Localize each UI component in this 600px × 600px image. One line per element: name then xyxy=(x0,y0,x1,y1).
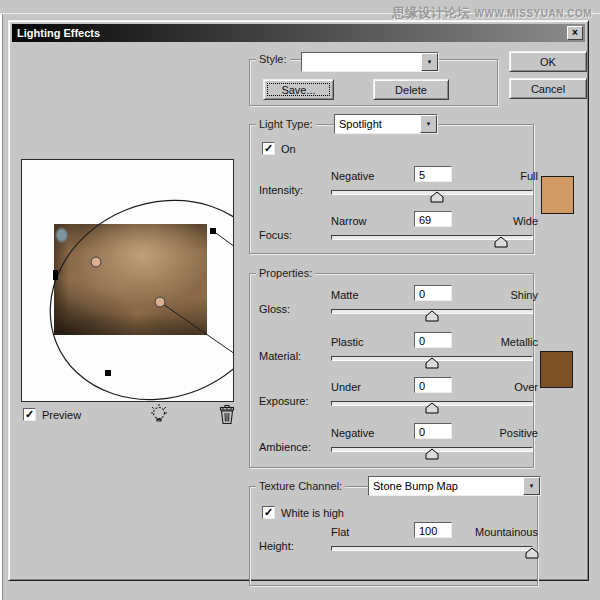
dialog-title: Lighting Effects xyxy=(17,27,100,39)
intensity-max-label: Full xyxy=(439,170,538,182)
delete-button[interactable]: Delete xyxy=(373,79,449,100)
focus-min-label: Narrow xyxy=(331,215,366,227)
trash-icon[interactable] xyxy=(218,404,236,425)
height-slider-track[interactable] xyxy=(331,546,533,551)
ambience-max-label: Positive xyxy=(439,427,538,439)
style-group-label: Style: xyxy=(256,53,290,66)
on-checkbox[interactable]: ✓ xyxy=(262,142,275,155)
save-button[interactable]: Save... xyxy=(263,79,334,100)
exposure-slider-thumb[interactable] xyxy=(425,400,439,412)
ambience-slider-track[interactable] xyxy=(331,447,533,452)
style-dropdown[interactable]: ▼ xyxy=(301,52,439,72)
light-type-dropdown[interactable]: Spotlight ▼ xyxy=(334,114,438,134)
gloss-label: Gloss: xyxy=(259,303,290,315)
material-slider-track[interactable] xyxy=(331,356,533,361)
ok-button[interactable]: OK xyxy=(509,51,587,72)
properties-group-label: Properties: xyxy=(256,267,315,280)
gloss-slider-track[interactable] xyxy=(331,309,533,314)
material-max-label: Metallic xyxy=(439,336,538,348)
texture-channel-dropdown-value: Stone Bump Map xyxy=(369,477,540,492)
close-button[interactable]: × xyxy=(567,26,583,40)
page-edge-line xyxy=(0,14,3,600)
exposure-slider-track[interactable] xyxy=(331,401,533,406)
exposure-min-label: Under xyxy=(331,381,361,393)
material-min-label: Plastic xyxy=(331,336,363,348)
close-icon: × xyxy=(572,27,578,38)
gloss-min-label: Matte xyxy=(331,289,359,301)
light-hotspot-node[interactable] xyxy=(91,257,101,267)
chevron-down-icon: ▼ xyxy=(427,59,433,65)
intensity-min-label: Negative xyxy=(331,170,374,182)
light-direction-line xyxy=(160,302,234,354)
material-label: Material: xyxy=(259,350,301,362)
ellipse-handle-left[interactable] xyxy=(53,270,58,280)
light-bulb-icon[interactable] xyxy=(149,403,169,425)
ambience-label: Ambience: xyxy=(259,441,311,453)
light-ellipse[interactable] xyxy=(22,167,234,402)
checkmark-icon: ✓ xyxy=(25,408,34,420)
exposure-label: Exposure: xyxy=(259,395,309,407)
intensity-row: Intensity: Negative 5 Full xyxy=(249,167,546,207)
gloss-max-label: Shiny xyxy=(439,289,538,301)
light-axis-line xyxy=(213,231,234,247)
watermark-url-text: WWW.MISSYUAN.COM xyxy=(475,8,592,19)
texture-channel-label: Texture Channel: xyxy=(256,480,345,493)
ellipse-handle-top-right[interactable] xyxy=(210,228,216,234)
chevron-down-icon: ▼ xyxy=(529,483,535,489)
focus-slider-track[interactable] xyxy=(331,235,533,240)
exposure-row: Exposure: Under 0 Over xyxy=(249,378,546,418)
focus-slider-thumb[interactable] xyxy=(494,234,508,246)
light-widget-overlay xyxy=(22,160,234,402)
preview-checkbox[interactable]: ✓ xyxy=(23,408,36,421)
preview-panel[interactable] xyxy=(21,159,234,402)
height-row: Height: Flat 100 Mountainous xyxy=(249,523,546,563)
height-slider-thumb[interactable] xyxy=(525,545,539,557)
light-type-label: Light Type: xyxy=(256,118,316,131)
preview-checkbox-label: Preview xyxy=(42,409,81,421)
lighting-effects-dialog: Lighting Effects × ✓ Preview xyxy=(8,20,589,581)
focus-max-label: Wide xyxy=(439,215,538,227)
chevron-down-icon: ▼ xyxy=(426,121,432,127)
texture-channel-dropdown-button[interactable]: ▼ xyxy=(523,477,540,495)
material-row: Material: Plastic 0 Metallic xyxy=(249,333,546,373)
intensity-slider-track[interactable] xyxy=(331,190,533,195)
ambience-slider-thumb[interactable] xyxy=(425,446,439,458)
intensity-label: Intensity: xyxy=(259,184,303,196)
ambience-row: Ambience: Negative 0 Positive xyxy=(249,424,546,464)
watermark-cn-text: 思缘设计论坛 xyxy=(392,5,470,20)
light-type-dropdown-button[interactable]: ▼ xyxy=(420,115,437,133)
focus-label: Focus: xyxy=(259,229,292,241)
title-bar[interactable]: Lighting Effects × xyxy=(12,24,585,42)
material-slider-thumb[interactable] xyxy=(425,355,439,367)
light-color-swatch[interactable] xyxy=(541,176,574,214)
gloss-slider-thumb[interactable] xyxy=(425,308,439,320)
texture-channel-dropdown[interactable]: Stone Bump Map ▼ xyxy=(368,476,541,496)
white-is-high-label: White is high xyxy=(281,507,344,519)
style-dropdown-value xyxy=(302,53,438,56)
light-center-node[interactable] xyxy=(155,297,165,307)
on-checkbox-label: On xyxy=(281,143,296,155)
exposure-max-label: Over xyxy=(439,381,538,393)
focus-row: Focus: Narrow 69 Wide xyxy=(249,212,546,252)
white-is-high-checkbox[interactable]: ✓ xyxy=(262,506,275,519)
ellipse-handle-bottom[interactable] xyxy=(105,370,111,376)
intensity-slider-thumb[interactable] xyxy=(430,189,444,201)
checkmark-icon: ✓ xyxy=(264,142,273,154)
height-label: Height: xyxy=(259,540,294,552)
checkmark-icon: ✓ xyxy=(264,506,273,518)
height-max-label: Mountainous xyxy=(439,526,538,538)
ambience-min-label: Negative xyxy=(331,427,374,439)
style-dropdown-button[interactable]: ▼ xyxy=(421,53,438,71)
cancel-button[interactable]: Cancel xyxy=(509,78,587,99)
gloss-row: Gloss: Matte 0 Shiny xyxy=(249,286,546,326)
height-min-label: Flat xyxy=(331,526,349,538)
